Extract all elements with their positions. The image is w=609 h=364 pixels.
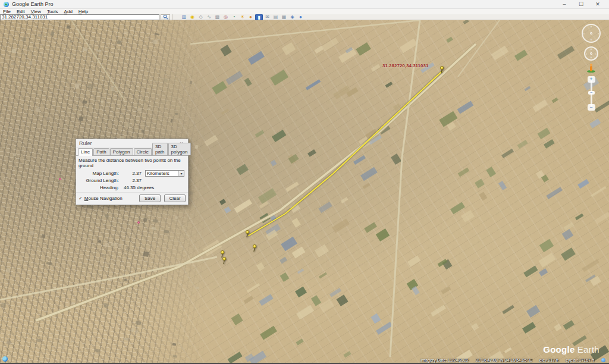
- poi-marker-2[interactable]: [137, 221, 140, 224]
- window-title: Google Earth Pro: [12, 1, 54, 7]
- tab-3d-polygon[interactable]: 3D polygon: [168, 143, 191, 155]
- placemark-label: 31.282720,34.311031: [382, 63, 428, 68]
- search-icon: [163, 14, 168, 20]
- checkmark-icon: ✓: [79, 196, 83, 201]
- move-down-arrow-icon[interactable]: ˅: [590, 56, 592, 59]
- chevron-down-icon[interactable]: ▾: [178, 171, 184, 176]
- pegman-head-icon: [590, 64, 592, 66]
- unit-dropdown[interactable]: Kilometers ▾: [145, 170, 184, 177]
- search-button[interactable]: [161, 14, 170, 20]
- minimize-button[interactable]: –: [560, 1, 569, 7]
- navigation-controls: ˄ ˅ ‹ › ˄ ˅ ‹ › + − −: [578, 24, 604, 111]
- zoom-slider[interactable]: + − −: [588, 76, 595, 111]
- watermark-product: Earth: [577, 344, 599, 354]
- streaming-progress-icon: [601, 358, 605, 362]
- google-earth-watermark: GoogleEarth: [543, 344, 599, 354]
- ruler-dialog: Ruler ✕ LinePathPolygonCircle3D path3D p…: [76, 139, 189, 205]
- record-tour-icon[interactable]: ◎: [222, 14, 230, 20]
- unit-value: Kilometers: [146, 171, 178, 176]
- tab-line[interactable]: Line: [78, 148, 93, 156]
- map-pushpin-1[interactable]: [440, 66, 444, 70]
- move-center-icon[interactable]: [590, 52, 592, 55]
- measurement-line[interactable]: [249, 71, 442, 236]
- ruler-dialog-title: Ruler: [79, 140, 92, 146]
- add-path-icon[interactable]: ∿: [205, 14, 213, 20]
- look-up-arrow-icon[interactable]: ˄: [590, 25, 592, 29]
- map-length-label: Map Length:: [79, 171, 121, 176]
- add-placemark-icon[interactable]: ◉: [189, 14, 196, 20]
- close-button[interactable]: ✕: [594, 1, 602, 7]
- map-pushpin-4[interactable]: [221, 250, 224, 254]
- map-pushpin-3[interactable]: [253, 244, 256, 248]
- look-down-arrow-icon[interactable]: ˅: [590, 38, 592, 42]
- pointer-coordinates: 31°16'42.08" N 34°19'54.25" E: [476, 358, 532, 362]
- add-image-overlay-icon[interactable]: ▩: [214, 14, 221, 20]
- tab-3d-path[interactable]: 3D path: [152, 143, 168, 155]
- save-image-icon[interactable]: ▦: [280, 14, 288, 20]
- view-in-maps-icon[interactable]: ◈: [288, 14, 296, 20]
- sidebar-toggle-icon[interactable]: ▥: [180, 14, 188, 20]
- search-input[interactable]: [0, 14, 159, 20]
- ground-length-value: 2.37: [121, 178, 145, 183]
- globe-icon[interactable]: ●: [297, 14, 304, 20]
- clear-button[interactable]: Clear: [164, 194, 186, 202]
- toolbar-separator: [172, 14, 172, 20]
- planets-icon[interactable]: ●: [247, 14, 255, 20]
- elevation: elev 217 ft: [539, 358, 558, 362]
- eye-altitude: eye alt 17167 ft: [566, 358, 594, 362]
- heading-label: Heading:: [79, 185, 121, 190]
- add-polygon-icon[interactable]: ◇: [197, 14, 205, 20]
- email-icon[interactable]: ✉: [263, 14, 271, 20]
- watermark-brand: Google: [543, 344, 575, 354]
- ground-length-label: Ground Length:: [79, 178, 121, 183]
- look-right-arrow-icon[interactable]: ›: [598, 32, 599, 35]
- toolbar: ▥◉◇∿▩◎◔☀●▮✉▤▦◈●: [0, 14, 609, 20]
- poi-marker-1[interactable]: [59, 178, 61, 180]
- zoom-slider-handle[interactable]: −: [588, 91, 595, 95]
- move-right-arrow-icon[interactable]: ›: [595, 52, 597, 55]
- zoom-in-button[interactable]: +: [588, 76, 595, 83]
- move-joystick[interactable]: ˄ ˅ ‹ ›: [584, 46, 598, 61]
- app-logo-icon: [4, 2, 9, 7]
- map-pushpin-5[interactable]: [222, 257, 226, 261]
- zoom-out-button[interactable]: −: [588, 104, 595, 111]
- google-earth-window: Google Earth Pro – ☐ ✕ FileEditViewTools…: [0, 0, 609, 364]
- historical-imagery-icon[interactable]: ◔: [230, 14, 238, 20]
- sunlight-icon[interactable]: ☀: [238, 14, 246, 20]
- map-pushpin-2[interactable]: [246, 230, 249, 234]
- ruler-tabs: LinePathPolygonCircle3D path3D polygon: [76, 148, 188, 156]
- move-left-arrow-icon[interactable]: ‹: [586, 52, 587, 55]
- tab-circle[interactable]: Circle: [134, 148, 152, 155]
- tab-polygon[interactable]: Polygon: [110, 148, 133, 155]
- move-up-arrow-icon[interactable]: ˄: [590, 48, 592, 51]
- pegman-body-icon: [590, 66, 592, 71]
- mouse-navigation-checkbox[interactable]: ✓ Mouse Navigation: [79, 196, 123, 201]
- tab-path[interactable]: Path: [93, 148, 109, 155]
- look-center-icon[interactable]: [590, 32, 592, 34]
- imagery-date: Imagery Date: 11/24/2022: [420, 358, 468, 362]
- status-bar: Imagery Date: 11/24/2022 31°16'42.08" N …: [420, 358, 605, 362]
- map-length-value: 2.37: [121, 171, 145, 176]
- save-button[interactable]: Save: [139, 194, 161, 202]
- heading-value: 46.35 degrees: [121, 185, 154, 190]
- look-left-arrow-icon[interactable]: ‹: [583, 32, 585, 35]
- street-view-pegman[interactable]: [589, 64, 594, 73]
- status-globe-icon: [2, 356, 8, 362]
- ruler-description: Measure the distance between two points …: [76, 156, 188, 170]
- maximize-button[interactable]: ☐: [577, 1, 585, 7]
- mouse-navigation-label: Mouse Navigation: [84, 196, 123, 201]
- print-icon[interactable]: ▤: [272, 14, 280, 20]
- look-joystick[interactable]: ˄ ˅ ‹ ›: [582, 24, 601, 43]
- ruler-icon[interactable]: ▮: [255, 14, 263, 20]
- title-bar: Google Earth Pro – ☐ ✕: [0, 0, 609, 9]
